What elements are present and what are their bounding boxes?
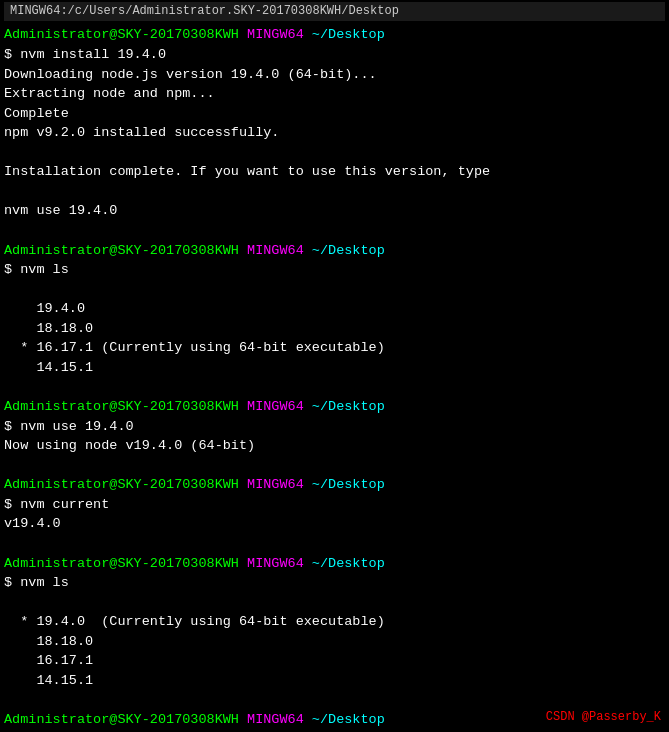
terminal-line: Administrator@SKY-20170308KWH MINGW64 ~/… xyxy=(4,25,665,45)
terminal-line: * 19.4.0 (Currently using 64-bit executa… xyxy=(4,612,665,632)
terminal-line: Complete xyxy=(4,104,665,124)
terminal-line: Extracting node and npm... xyxy=(4,84,665,104)
terminal-line: 16.17.1 xyxy=(4,651,665,671)
terminal-line: $ nvm install 19.4.0 xyxy=(4,45,665,65)
terminal-line: Administrator@SKY-20170308KWH MINGW64 ~/… xyxy=(4,475,665,495)
terminal-line xyxy=(4,593,665,613)
terminal-line: v19.4.0 xyxy=(4,514,665,534)
terminal-line xyxy=(4,534,665,554)
title-bar: MINGW64:/c/Users/Administrator.SKY-20170… xyxy=(4,2,665,21)
terminal-content[interactable]: Administrator@SKY-20170308KWH MINGW64 ~/… xyxy=(4,25,665,732)
terminal-line xyxy=(4,143,665,163)
terminal-line: 14.15.1 xyxy=(4,358,665,378)
terminal-line xyxy=(4,182,665,202)
terminal-window: MINGW64:/c/Users/Administrator.SKY-20170… xyxy=(0,0,669,732)
terminal-line: $ nvm current xyxy=(4,495,665,515)
terminal-line: $ nvm ls xyxy=(4,260,665,280)
terminal-line: 18.18.0 xyxy=(4,632,665,652)
terminal-line xyxy=(4,456,665,476)
terminal-line: 19.4.0 xyxy=(4,299,665,319)
terminal-line: 18.18.0 xyxy=(4,319,665,339)
terminal-line: $ nvm use 19.4.0 xyxy=(4,417,665,437)
terminal-line: nvm use 19.4.0 xyxy=(4,201,665,221)
terminal-line xyxy=(4,378,665,398)
terminal-line xyxy=(4,691,665,711)
terminal-line: 14.15.1 xyxy=(4,671,665,691)
terminal-line xyxy=(4,221,665,241)
terminal-line: * 16.17.1 (Currently using 64-bit execut… xyxy=(4,338,665,358)
terminal-line: Administrator@SKY-20170308KWH MINGW64 ~/… xyxy=(4,397,665,417)
terminal-line xyxy=(4,280,665,300)
watermark: CSDN @Passerby_K xyxy=(546,709,661,726)
terminal-line: Now using node v19.4.0 (64-bit) xyxy=(4,436,665,456)
terminal-line: Administrator@SKY-20170308KWH MINGW64 ~/… xyxy=(4,554,665,574)
terminal-line: Installation complete. If you want to us… xyxy=(4,162,665,182)
terminal-line: Downloading node.js version 19.4.0 (64-b… xyxy=(4,65,665,85)
terminal-line: npm v9.2.0 installed successfully. xyxy=(4,123,665,143)
terminal-line: Administrator@SKY-20170308KWH MINGW64 ~/… xyxy=(4,241,665,261)
terminal-line: $ nvm ls xyxy=(4,573,665,593)
